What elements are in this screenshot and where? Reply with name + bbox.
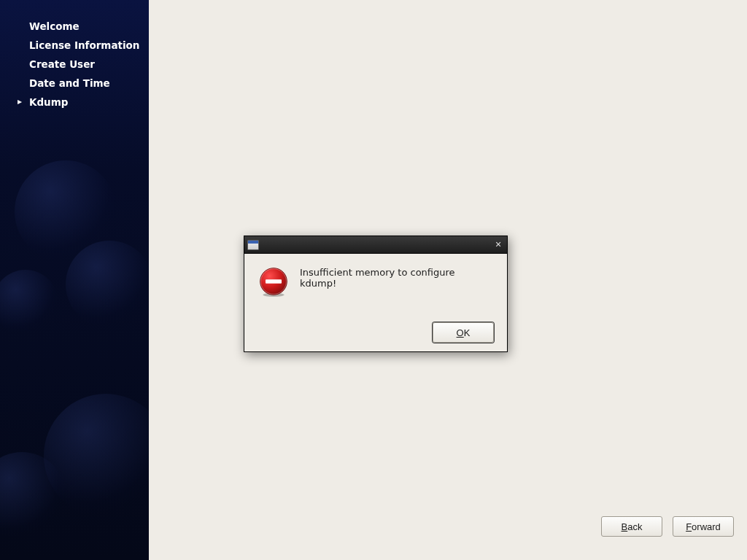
sidebar-item-date-time: Date and Time [29, 77, 140, 90]
dialog-actions: OK [258, 298, 494, 343]
forward-button-rest: orward [692, 521, 721, 532]
close-icon[interactable]: ✕ [492, 240, 504, 250]
sidebar-item-welcome: Welcome [29, 20, 140, 33]
back-button-mnemonic: B [622, 521, 628, 532]
sidebar-item-license: License Information [29, 39, 140, 52]
forward-button[interactable]: Forward [673, 516, 734, 537]
wizard-footer-buttons: Back Forward [601, 516, 734, 537]
dialog-titlebar[interactable]: ✕ [244, 236, 507, 254]
forward-button-mnemonic: F [686, 521, 692, 532]
dialog-body: Insufficient memory to configure kdump! … [244, 254, 507, 351]
setup-wizard-sidebar: Welcome License Information Create User … [0, 0, 149, 560]
svg-rect-3 [266, 279, 282, 284]
ok-button-mnemonic: O [457, 327, 464, 338]
back-button-rest: ack [627, 521, 642, 532]
back-button[interactable]: Back [601, 516, 662, 537]
window-icon [247, 240, 259, 250]
dialog-message: Insufficient memory to configure kdump! [300, 265, 494, 289]
sidebar-item-kdump: Kdump [29, 96, 140, 109]
error-icon [258, 265, 290, 298]
dialog-content-row: Insufficient memory to configure kdump! [258, 265, 494, 298]
ok-button-rest: K [464, 327, 471, 338]
decorative-bubble [0, 270, 58, 335]
sidebar-item-create-user: Create User [29, 58, 140, 71]
error-dialog: ✕ Insufficient [244, 236, 508, 352]
ok-button[interactable]: OK [433, 322, 494, 343]
decorative-bubble [66, 241, 149, 328]
wizard-steps-nav: Welcome License Information Create User … [0, 0, 149, 108]
